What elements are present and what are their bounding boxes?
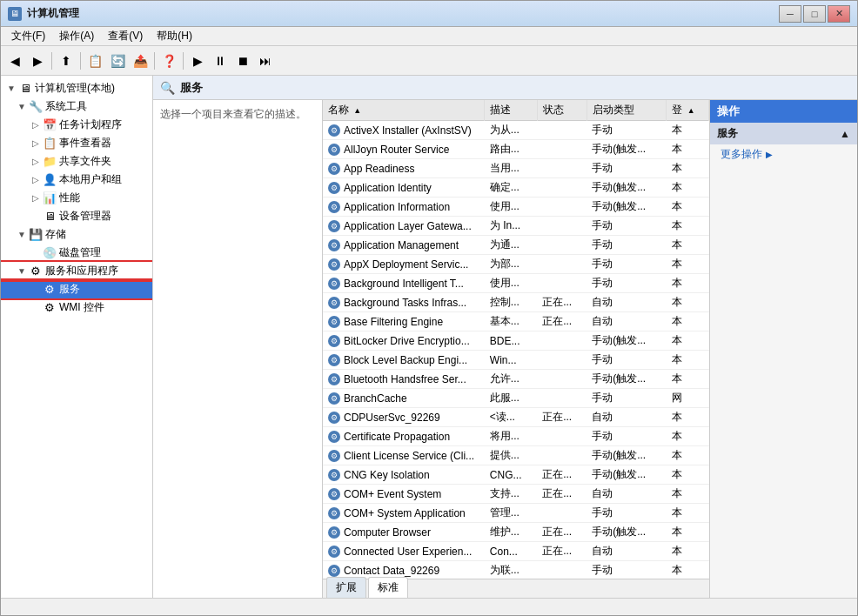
table-row[interactable]: ⚙Application Layer Gatewa...为 In...手动本 bbox=[323, 217, 709, 236]
table-row[interactable]: ⚙Contact Data_92269为联...手动本 bbox=[323, 561, 709, 579]
table-row[interactable]: ⚙AllJoyn Router Service路由...手动(触发...本 bbox=[323, 140, 709, 159]
table-row[interactable]: ⚙App Readiness当用...手动本 bbox=[323, 159, 709, 178]
cell-service-name: ⚙CDPUserSvc_92269 bbox=[323, 408, 485, 427]
close-button[interactable]: ✕ bbox=[828, 5, 850, 23]
tree-performance[interactable]: ▷ 📊 性能 bbox=[1, 189, 152, 207]
refresh-button[interactable]: 🔄 bbox=[107, 50, 128, 71]
tree-disk-management[interactable]: 💿 磁盘管理 bbox=[1, 244, 152, 262]
cell-service-login: 本 bbox=[667, 446, 709, 465]
cell-service-startup: 手动 bbox=[587, 389, 667, 408]
help-button[interactable]: ❓ bbox=[158, 50, 179, 71]
menu-help[interactable]: 帮助(H) bbox=[150, 27, 199, 45]
cell-service-login: 本 bbox=[667, 293, 709, 312]
cell-service-name: ⚙COM+ Event System bbox=[323, 485, 485, 504]
tab-extended[interactable]: 扩展 bbox=[326, 577, 366, 598]
cell-service-status: 正在... bbox=[537, 312, 587, 331]
forward-button[interactable]: ▶ bbox=[27, 50, 48, 71]
table-row[interactable]: ⚙Background Intelligent T...使用...手动本 bbox=[323, 274, 709, 293]
col-status[interactable]: 状态 bbox=[537, 100, 587, 121]
up-button[interactable]: ⬆ bbox=[56, 50, 77, 71]
table-row[interactable]: ⚙Application Information使用...手动(触发...本 bbox=[323, 198, 709, 217]
table-row[interactable]: ⚙COM+ System Application管理...手动本 bbox=[323, 504, 709, 523]
tree-shared-folders[interactable]: ▷ 📁 共享文件夹 bbox=[1, 152, 152, 171]
table-row[interactable]: ⚙ActiveX Installer (AxInstSV)为从...手动本 bbox=[323, 121, 709, 140]
cell-service-login: 本 bbox=[667, 255, 709, 274]
back-button[interactable]: ◀ bbox=[4, 50, 25, 71]
play-button[interactable]: ▶ bbox=[187, 50, 208, 71]
expand-icon-system: ▼ bbox=[15, 100, 29, 114]
col-startup[interactable]: 启动类型 bbox=[587, 100, 667, 121]
table-row[interactable]: ⚙BitLocker Drive Encryptio...BDE...手动(触发… bbox=[323, 331, 709, 351]
cell-service-status bbox=[537, 140, 587, 159]
table-row[interactable]: ⚙Bluetooth Handsfree Ser...允许...手动(触发...… bbox=[323, 370, 709, 389]
tree-local-users[interactable]: ▷ 👤 本地用户和组 bbox=[1, 171, 152, 189]
table-row[interactable]: ⚙Block Level Backup Engi...Win...手动本 bbox=[323, 351, 709, 370]
actions-section-label: 服务 bbox=[717, 126, 738, 141]
table-row[interactable]: ⚙AppX Deployment Servic...为部...手动本 bbox=[323, 255, 709, 274]
table-row[interactable]: ⚙Connected User Experien...Con...正在...自动… bbox=[323, 542, 709, 561]
col-login[interactable]: 登 ▲ bbox=[667, 100, 709, 121]
table-row[interactable]: ⚙BranchCache此服...手动网 bbox=[323, 389, 709, 408]
table-row[interactable]: ⚙Background Tasks Infras...控制...正在...自动本 bbox=[323, 293, 709, 312]
table-row[interactable]: ⚙COM+ Event System支持...正在...自动本 bbox=[323, 485, 709, 504]
col-name[interactable]: 名称 ▲ bbox=[323, 100, 485, 121]
service-icon: ⚙ bbox=[328, 354, 340, 366]
services-list-area: 名称 ▲ 描述 状态 启动类型 登 ▲ ⚙ActiveX Installer (… bbox=[323, 100, 709, 598]
tree-storage[interactable]: ▼ 💾 存储 bbox=[1, 225, 152, 244]
expand-icon-tasks: ▷ bbox=[29, 118, 43, 132]
menu-view[interactable]: 查看(V) bbox=[101, 27, 150, 45]
table-row[interactable]: ⚙Computer Browser维护...正在...手动(触发...本 bbox=[323, 523, 709, 542]
tree-services-apps[interactable]: ▼ ⚙ 服务和应用程序 bbox=[1, 262, 152, 280]
export-button[interactable]: 📤 bbox=[130, 50, 151, 71]
minimize-button[interactable]: ─ bbox=[779, 5, 801, 23]
cell-service-status bbox=[537, 159, 587, 178]
table-row[interactable]: ⚙Base Filtering Engine基本...正在...自动本 bbox=[323, 312, 709, 331]
tree-task-scheduler[interactable]: ▷ 📅 任务计划程序 bbox=[1, 116, 152, 134]
toolbar-separator-3 bbox=[154, 52, 155, 70]
service-icon: ⚙ bbox=[328, 431, 340, 443]
cell-service-login: 本 bbox=[667, 542, 709, 561]
service-icon: ⚙ bbox=[328, 507, 340, 519]
tree-wmi[interactable]: ⚙ WMI 控件 bbox=[1, 298, 152, 317]
table-row[interactable]: ⚙Application Identity确定...手动(触发...本 bbox=[323, 178, 709, 198]
table-row[interactable]: ⚙Application Management为通...手动本 bbox=[323, 236, 709, 255]
table-row[interactable]: ⚙Client License Service (Cli...提供...手动(触… bbox=[323, 446, 709, 465]
content-area: 选择一个项目来查看它的描述。 名称 ▲ 描述 状态 启动类型 bbox=[153, 100, 857, 598]
cell-service-status: 正在... bbox=[537, 408, 587, 427]
table-row[interactable]: ⚙CNG Key IsolationCNG...正在...手动(触发...本 bbox=[323, 465, 709, 485]
tab-standard[interactable]: 标准 bbox=[368, 577, 408, 598]
tree-event-viewer[interactable]: ▷ 📋 事件查看器 bbox=[1, 134, 152, 152]
services-header-icon: 🔍 bbox=[160, 81, 175, 95]
cell-service-desc: Con... bbox=[485, 542, 537, 561]
tree-root[interactable]: ▼ 🖥 计算机管理(本地) bbox=[1, 79, 152, 97]
tree-services[interactable]: ⚙ 服务 bbox=[1, 280, 152, 298]
actions-more-button[interactable]: 更多操作 ▶ bbox=[710, 144, 857, 164]
col-desc[interactable]: 描述 bbox=[485, 100, 537, 121]
expand-icon-shared: ▷ bbox=[29, 155, 43, 169]
services-table-container[interactable]: 名称 ▲ 描述 状态 启动类型 登 ▲ ⚙ActiveX Installer (… bbox=[323, 100, 709, 579]
cell-service-status bbox=[537, 121, 587, 140]
stop-button[interactable]: ⏹ bbox=[232, 50, 253, 71]
restart-button[interactable]: ⏭ bbox=[255, 50, 276, 71]
menu-file[interactable]: 文件(F) bbox=[4, 27, 52, 45]
cell-service-desc: 此服... bbox=[485, 389, 537, 408]
cell-service-status bbox=[537, 217, 587, 236]
cell-service-name: ⚙Application Management bbox=[323, 236, 485, 255]
show-hide-button[interactable]: 📋 bbox=[84, 50, 105, 71]
tree-perf-label: 性能 bbox=[59, 191, 80, 205]
window-controls: ─ □ ✕ bbox=[779, 5, 850, 23]
cell-service-startup: 手动(触发... bbox=[587, 178, 667, 198]
cell-service-status bbox=[537, 427, 587, 446]
menu-action[interactable]: 操作(A) bbox=[52, 27, 101, 45]
tree-device-manager[interactable]: 🖥 设备管理器 bbox=[1, 207, 152, 225]
expand-icon-perf: ▷ bbox=[29, 191, 43, 205]
tree-system-tools[interactable]: ▼ 🔧 系统工具 bbox=[1, 97, 152, 116]
pause-button[interactable]: ⏸ bbox=[210, 50, 231, 71]
maximize-button[interactable]: □ bbox=[803, 5, 826, 23]
expand-icon-events: ▷ bbox=[29, 137, 43, 151]
cell-service-startup: 自动 bbox=[587, 542, 667, 561]
table-row[interactable]: ⚙Certificate Propagation将用...手动本 bbox=[323, 427, 709, 446]
cell-service-status: 正在... bbox=[537, 465, 587, 485]
table-row[interactable]: ⚙CDPUserSvc_92269<读...正在...自动本 bbox=[323, 408, 709, 427]
cell-service-startup: 自动 bbox=[587, 485, 667, 504]
